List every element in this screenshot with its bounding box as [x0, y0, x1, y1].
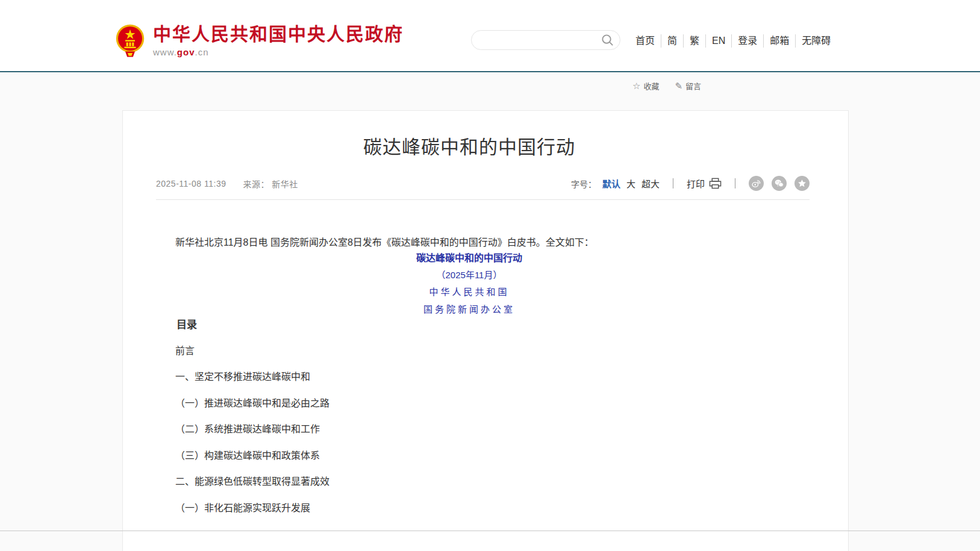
share-more-button[interactable]: [794, 176, 810, 191]
search-box[interactable]: [471, 30, 620, 50]
document-issuer-line2: 国务院新闻办公室: [156, 301, 782, 319]
site-logo[interactable]: 中华人民共和国中央人民政府 www.gov.cn: [114, 24, 404, 58]
top-nav-item[interactable]: EN: [705, 34, 731, 48]
share-weibo-button[interactable]: [749, 176, 764, 191]
article-meta-left: 2025-11-08 11:39 来源： 新华社: [156, 178, 298, 190]
search-input[interactable]: [481, 34, 601, 47]
print-button[interactable]: 打印: [687, 177, 722, 190]
toc-heading: 目录: [156, 319, 782, 332]
header-divider: [0, 71, 980, 72]
printer-icon: [709, 178, 722, 189]
toc-item: （二）系统推进碳达峰碳中和工作: [156, 417, 782, 443]
font-size-large-button[interactable]: 大: [626, 177, 635, 190]
article-source: 来源： 新华社: [243, 178, 298, 190]
page-bottom-divider: [0, 531, 980, 531]
search-button[interactable]: [601, 34, 614, 46]
top-nav-item[interactable]: 邮箱: [763, 34, 795, 48]
toc-item: （一）推进碳达峰碳中和是必由之路: [156, 390, 782, 417]
top-nav-item[interactable]: 繁: [683, 34, 705, 48]
site-title: 中华人民共和国中央人民政府: [153, 24, 404, 45]
top-nav-item[interactable]: 首页: [629, 34, 661, 48]
article-meta-row: 2025-11-08 11:39 来源： 新华社 字号： 默认 大 超大 打印: [156, 176, 810, 200]
toc-list: 前言一、坚定不移推进碳达峰碳中和（一）推进碳达峰碳中和是必由之路（二）系统推进碳…: [156, 338, 782, 521]
article-toolbar: 字号： 默认 大 超大 打印: [571, 176, 810, 191]
document-issuer-line1: 中华人民共和国: [156, 284, 782, 301]
site-url: www.gov.cn: [153, 47, 404, 57]
search-icon: [601, 34, 614, 46]
toc-item: 前言: [156, 338, 782, 364]
page-actions: ☆ 收藏 ✎ 留言: [632, 80, 717, 92]
toolbar-separator: [735, 178, 735, 188]
share-icons: [749, 176, 810, 191]
document-title: 碳达峰碳中和的中国行动: [156, 251, 782, 266]
intro-paragraph: 新华社北京11月8日电 国务院新闻办公室8日发布《碳达峰碳中和的中国行动》白皮书…: [156, 235, 782, 251]
toolbar-separator: [673, 178, 673, 188]
document-date: （2025年11月）: [156, 266, 782, 284]
font-size-default-button[interactable]: 默认: [602, 177, 620, 190]
site-header: 中华人民共和国中央人民政府 www.gov.cn 首页简繁EN登录邮箱无障碍: [0, 0, 980, 71]
toc-item: 一、坚定不移推进碳达峰碳中和: [156, 364, 782, 391]
article-title: 碳达峰碳中和的中国行动: [156, 134, 782, 161]
publish-date: 2025-11-08 11:39: [156, 179, 226, 188]
article-body: 新华社北京11月8日电 国务院新闻办公室8日发布《碳达峰碳中和的中国行动》白皮书…: [156, 235, 782, 521]
pencil-icon: ✎: [675, 81, 682, 92]
toc-item: 二、能源绿色低碳转型取得显著成效: [156, 469, 782, 496]
top-nav-item[interactable]: 登录: [731, 34, 763, 48]
national-emblem-icon: [114, 24, 146, 58]
wechat-icon: [774, 178, 784, 188]
toc-item: （一）非化石能源实现跃升发展: [156, 495, 782, 521]
weibo-icon: [751, 178, 761, 188]
message-button[interactable]: ✎ 留言: [675, 80, 701, 92]
star-outline-icon: ☆: [632, 81, 640, 92]
font-size-xlarge-button[interactable]: 超大: [641, 177, 660, 190]
top-nav-item[interactable]: 简: [661, 34, 683, 48]
top-nav-item[interactable]: 无障碍: [795, 34, 837, 48]
article-card: 碳达峰碳中和的中国行动 2025-11-08 11:39 来源： 新华社 字号：…: [122, 110, 849, 551]
top-navigation: 首页简繁EN登录邮箱无障碍: [629, 34, 837, 48]
font-size-label: 字号：: [571, 178, 596, 190]
star-share-icon: [797, 178, 807, 188]
favorite-button[interactable]: ☆ 收藏: [632, 80, 659, 92]
share-wechat-button[interactable]: [772, 176, 787, 191]
toc-item: （三）构建碳达峰碳中和政策体系: [156, 443, 782, 469]
